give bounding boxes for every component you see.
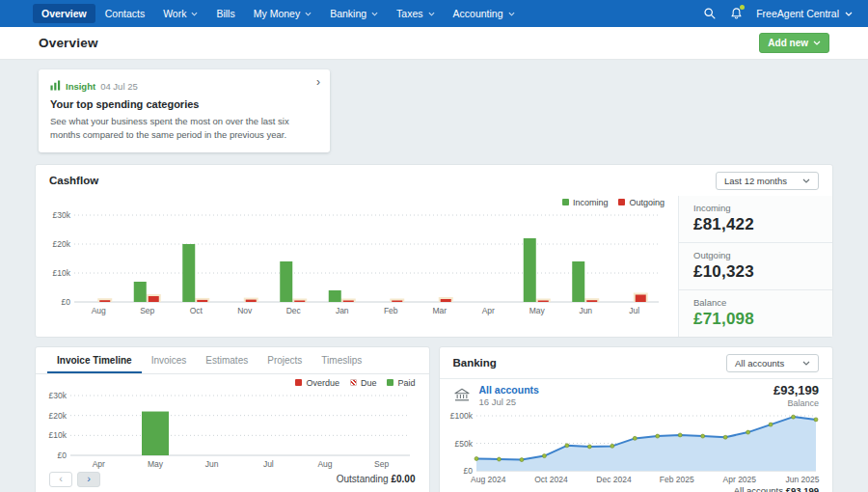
balance-point-14[interactable] bbox=[791, 415, 795, 419]
axis-tick-label: Aug bbox=[92, 306, 106, 315]
nav-item-overview[interactable]: Overview bbox=[33, 4, 95, 23]
bar-incoming-Oct[interactable] bbox=[182, 244, 195, 302]
chevron-down-icon bbox=[813, 41, 821, 45]
balance-point-10[interactable] bbox=[700, 434, 704, 438]
legend-label: Due bbox=[361, 378, 377, 388]
cashflow-period-select[interactable]: Last 12 months bbox=[716, 172, 819, 190]
balance-point-13[interactable] bbox=[769, 423, 773, 426]
nav-item-work[interactable]: Work bbox=[154, 4, 206, 23]
cashflow-period-value: Last 12 months bbox=[724, 176, 787, 186]
insight-card[interactable]: Insight 04 Jul 25 › Your top spending ca… bbox=[39, 69, 330, 152]
bar-outgoing-Mar[interactable] bbox=[441, 299, 451, 302]
nav-item-banking[interactable]: Banking bbox=[321, 4, 387, 23]
bank-account-link[interactable]: All accounts bbox=[479, 384, 539, 396]
bar-outgoing-May[interactable] bbox=[538, 300, 549, 302]
invoice-timeline-chart: £0£10k£20k£30kAprMayJunJulAugSep bbox=[40, 388, 418, 471]
balance-point-2[interactable] bbox=[519, 457, 523, 461]
balance-point-11[interactable] bbox=[723, 435, 727, 439]
add-new-button[interactable]: Add new bbox=[759, 33, 829, 53]
bar-incoming-Jun[interactable] bbox=[572, 261, 584, 302]
account-menu[interactable]: FreeAgent Central bbox=[756, 8, 853, 19]
tab-invoices[interactable]: Invoices bbox=[142, 347, 197, 373]
bar-incoming-May[interactable] bbox=[524, 238, 536, 302]
insight-tag: Insight bbox=[66, 81, 95, 92]
tab-invoice-timeline[interactable]: Invoice Timeline bbox=[47, 347, 142, 373]
bar-incoming-Dec[interactable] bbox=[280, 261, 292, 302]
banking-balance-chart: £0£50k£100kAug 2024Oct 2024Dec 2024Feb 2… bbox=[444, 410, 822, 485]
pager-prev-button[interactable]: ‹ bbox=[49, 472, 72, 487]
nav-item-contacts[interactable]: Contacts bbox=[96, 4, 153, 23]
tab-estimates[interactable]: Estimates bbox=[196, 347, 258, 373]
tab-projects[interactable]: Projects bbox=[258, 347, 312, 373]
nav-item-label: Overview bbox=[41, 8, 87, 19]
balance-point-1[interactable] bbox=[497, 457, 501, 461]
bar-outgoing-Sep[interactable] bbox=[149, 296, 159, 302]
axis-tick-label: Jul bbox=[263, 459, 274, 469]
bar-outgoing-Oct[interactable] bbox=[197, 299, 207, 301]
balance-point-15[interactable] bbox=[814, 417, 818, 421]
balance-point-0[interactable] bbox=[475, 456, 478, 460]
nav-item-label: Banking bbox=[330, 8, 366, 19]
banking-footnote-label: All accounts bbox=[734, 485, 783, 492]
nav-item-label: Work bbox=[163, 8, 186, 19]
chevron-down-icon bbox=[845, 12, 853, 16]
cashflow-chart: £0£10k£20k£30kAugSepOctNovDecJanFebMarAp… bbox=[43, 207, 666, 317]
axis-tick-label: Oct 2024 bbox=[534, 475, 568, 484]
axis-tick-label: Apr bbox=[93, 459, 105, 469]
banking-chart-footnote: All accounts £93,199 bbox=[440, 485, 833, 492]
axis-tick-label: £20k bbox=[49, 410, 68, 420]
tab-timeslips[interactable]: Timeslips bbox=[312, 347, 371, 373]
bar-incoming-Jan[interactable] bbox=[329, 290, 341, 302]
axis-tick-label: Aug bbox=[317, 459, 332, 469]
bar-outgoing-Dec[interactable] bbox=[294, 300, 305, 302]
bar-outgoing-Jan[interactable] bbox=[343, 300, 354, 302]
banking-account-select[interactable]: All accounts bbox=[726, 354, 819, 372]
bar-outgoing-Nov[interactable] bbox=[246, 299, 257, 301]
summary-label: Incoming bbox=[693, 203, 818, 213]
axis-tick-label: Dec bbox=[286, 306, 302, 315]
chevron-down-icon bbox=[428, 12, 435, 16]
search-icon[interactable] bbox=[703, 7, 717, 20]
axis-tick-label: Jun bbox=[205, 459, 219, 469]
axis-tick-label: £0 bbox=[62, 297, 71, 307]
axis-tick-label: £20k bbox=[53, 239, 71, 249]
balance-point-3[interactable] bbox=[542, 453, 546, 457]
summary-balance: Balance£71,098 bbox=[679, 289, 832, 337]
pager-next-button[interactable]: › bbox=[77, 472, 100, 487]
cashflow-panel: Cashflow Last 12 months IncomingOutgoing… bbox=[35, 164, 833, 338]
banking-panel: Banking All accounts All accounts 16 Jul… bbox=[439, 346, 834, 492]
bar-incoming-Sep[interactable] bbox=[134, 282, 147, 302]
balance-point-5[interactable] bbox=[587, 444, 591, 448]
legend-swatch-outgoing bbox=[618, 199, 625, 205]
insight-title: Your top spending categories bbox=[50, 98, 318, 110]
axis-tick-label: Nov bbox=[237, 306, 253, 315]
legend-label: Incoming bbox=[573, 198, 609, 207]
nav-item-my-money[interactable]: My Money bbox=[245, 4, 320, 23]
balance-point-4[interactable] bbox=[564, 443, 568, 447]
nav-item-taxes[interactable]: Taxes bbox=[388, 4, 443, 23]
bar-paid-May[interactable] bbox=[142, 411, 169, 454]
bar-outgoing-Jun[interactable] bbox=[586, 300, 597, 302]
outstanding-value: £0.00 bbox=[391, 474, 415, 484]
balance-point-7[interactable] bbox=[633, 436, 637, 440]
legend-label: Overdue bbox=[306, 378, 339, 388]
bar-outgoing-Feb[interactable] bbox=[392, 300, 402, 302]
nav-item-accounting[interactable]: Accounting bbox=[445, 4, 524, 23]
bar-outgoing-Jul[interactable] bbox=[636, 294, 646, 302]
bank-account-date: 16 Jul 25 bbox=[479, 396, 539, 407]
balance-point-9[interactable] bbox=[678, 432, 682, 436]
chevron-right-icon[interactable]: › bbox=[316, 76, 320, 88]
chevron-down-icon bbox=[371, 12, 378, 16]
banking-account-value: All accounts bbox=[735, 358, 784, 369]
cashflow-summary: Incoming£81,422Outgoing£10,323Balance£71… bbox=[678, 196, 832, 337]
balance-point-8[interactable] bbox=[655, 434, 659, 438]
notifications-bell-icon[interactable] bbox=[730, 7, 743, 20]
axis-tick-label: £10k bbox=[53, 268, 71, 278]
legend-swatch-due bbox=[350, 379, 357, 386]
summary-label: Outgoing bbox=[693, 250, 818, 260]
balance-point-6[interactable] bbox=[610, 444, 613, 448]
bar-outgoing-Aug[interactable] bbox=[99, 300, 110, 302]
nav-item-bills[interactable]: Bills bbox=[207, 4, 243, 23]
axis-tick-label: Jun 2025 bbox=[785, 475, 819, 484]
balance-point-12[interactable] bbox=[746, 430, 749, 434]
